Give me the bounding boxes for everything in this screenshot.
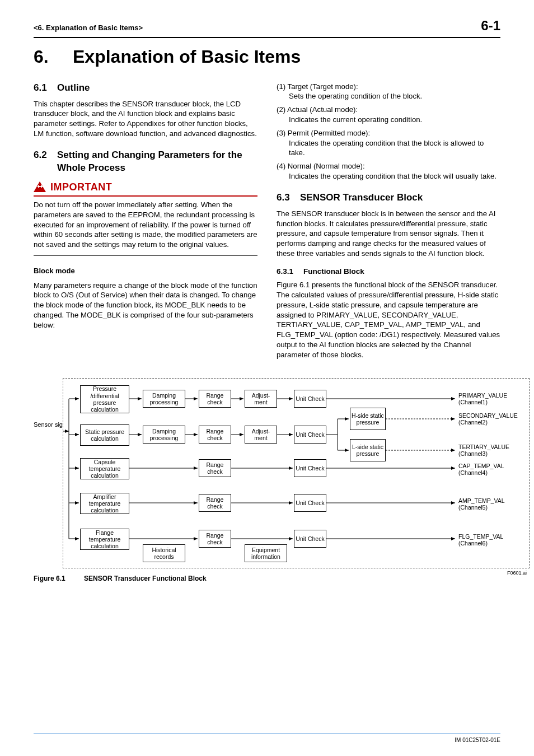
sec-6-3-1-heading: 6.3.1Functional Block (277, 267, 500, 277)
calc-box: Flange temperature calculation (80, 529, 129, 550)
unit-box: Unit Check (294, 390, 326, 408)
damping-box: Damping processing (143, 390, 185, 408)
left-column: 6.1Outline This chapter describes the SE… (34, 82, 257, 367)
output-label: PRIMARY_VALUE (Channel1) (458, 392, 529, 405)
output-label: FLG_TEMP_VAL (Channel6) (458, 533, 529, 547)
list-item: (3) Permit (Permitted mode):Indicates th… (277, 128, 500, 158)
adjust-box: Adjust-ment (245, 390, 277, 408)
right-column: (1) Target (Target mode):Sets the operat… (277, 82, 500, 367)
calc-box: Capsule temperature calculation (80, 458, 129, 479)
hside-box: H-side static pressure (350, 408, 386, 430)
sec-6-1-heading: 6.1Outline (34, 82, 257, 95)
figure-caption: Figure 6.1SENSOR Transducer Functional B… (34, 574, 500, 583)
chapter-number: 6. (34, 45, 73, 69)
damping-box: Damping processing (143, 426, 185, 444)
important-callout: IMPORTANT Do not turn off the power imme… (34, 180, 257, 256)
list-item: (1) Target (Target mode):Sets the operat… (277, 82, 500, 102)
output-label: SECONDARY_VALUE (Channel2) (458, 412, 529, 426)
calc-box: Amplifier temperature calculation (80, 493, 129, 514)
page-footer: IM 01C25T02-01E (34, 734, 500, 744)
sec-6-2-heading: 6.2Setting and Changing Parameters for t… (34, 149, 257, 175)
diagram-source: F0601.ai (507, 570, 527, 576)
diagram-canvas: Pressure /differential pressure calculat… (63, 378, 530, 568)
range-box: Range check (199, 494, 231, 512)
sec-6-3-body: The SENSOR transducer block is in betwee… (277, 209, 500, 259)
unit-box: Unit Check (294, 426, 326, 444)
output-label: TERTIARY_VALUE (Channel3) (458, 444, 529, 457)
equipment-box: Equipment information (245, 544, 287, 562)
warning-icon (34, 181, 46, 192)
unit-box: Unit Check (294, 459, 326, 477)
range-box: Range check (199, 459, 231, 477)
output-label: CAP_TEMP_VAL (Channel4) (458, 463, 529, 476)
block-mode-body: Many parameters require a change of the … (34, 281, 257, 330)
block-mode-heading: Block mode (34, 266, 257, 276)
historical-box: Historical records (143, 544, 185, 562)
calc-box: Pressure /differential pressure calculat… (80, 385, 129, 413)
important-label: IMPORTANT (50, 180, 112, 194)
range-box: Range check (199, 390, 231, 408)
sec-6-1-body: This chapter describes the SENSOR transd… (34, 99, 257, 139)
unit-box: Unit Check (294, 530, 326, 548)
important-body: Do not turn off the power immediately af… (34, 200, 257, 256)
doc-id: IM 01C25T02-01E (455, 737, 500, 743)
chapter-title: 6.Explanation of Basic Items (34, 45, 500, 69)
list-item: (4) Normal (Normal mode):Indicates the o… (277, 161, 500, 181)
mode-list: (1) Target (Target mode):Sets the operat… (277, 82, 500, 181)
figure-6-1: Sensor signals (34, 378, 500, 583)
page-number: 6-1 (481, 17, 500, 35)
adjust-box: Adjust-ment (245, 426, 277, 444)
sec-6-3-heading: 6.3SENSOR Transducer Block (277, 192, 500, 204)
calc-box: Static pressure calculation (80, 424, 129, 446)
range-box: Range check (199, 426, 231, 444)
unit-box: Unit Check (294, 494, 326, 512)
chapter-text: Explanation of Basic Items (73, 46, 301, 67)
list-item: (2) Actual (Actual mode):Indicates the c… (277, 105, 500, 125)
range-box: Range check (199, 530, 231, 548)
sec-6-3-1-body: Figure 6.1 presents the functional block… (277, 280, 500, 360)
breadcrumb: <6. Explanation of Basic Items> (34, 23, 143, 33)
output-label: AMP_TEMP_VAL (Channel5) (458, 497, 529, 511)
lside-box: L-side static pressure (350, 439, 386, 461)
page-header: <6. Explanation of Basic Items> 6-1 (34, 17, 500, 38)
